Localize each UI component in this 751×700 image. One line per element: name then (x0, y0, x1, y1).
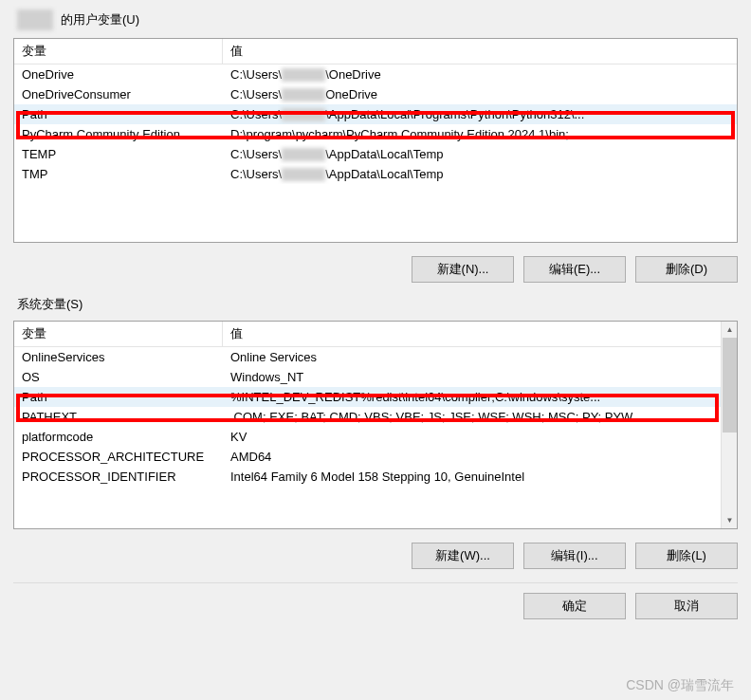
var-value-cell: Windows_NT (223, 367, 737, 387)
table-row[interactable]: OneDriveC:\Users\\OneDrive (14, 64, 737, 84)
list-body: OnlineServicesOnline ServicesOSWindows_N… (14, 347, 737, 487)
var-name-cell: TEMP (14, 144, 223, 164)
column-header-variable[interactable]: 变量 (14, 39, 223, 64)
username-redacted (282, 108, 325, 121)
var-name-cell: Path (14, 104, 223, 124)
var-value-cell: C:\Users\\OneDrive (223, 64, 737, 84)
list-header[interactable]: 变量 值 (14, 39, 737, 64)
var-name-cell: OnlineServices (14, 347, 223, 367)
table-row[interactable]: PROCESSOR_IDENTIFIERIntel64 Family 6 Mod… (14, 467, 737, 487)
var-value-cell: %INTEL_DEV_REDIST%redist\intel64\compile… (223, 387, 737, 407)
scroll-thumb[interactable] (723, 338, 737, 433)
table-row[interactable]: PATHEXT.COM;.EXE;.BAT;.CMD;.VBS;.VBE;.JS… (14, 407, 737, 427)
environment-variables-dialog: 的用户变量(U) 变量 值 OneDriveC:\Users\\OneDrive… (0, 0, 751, 633)
table-row[interactable]: PROCESSOR_ARCHITECTUREAMD64 (14, 447, 737, 467)
var-value-cell: C:\Users\\AppData\Local\Temp (223, 164, 737, 184)
user-section-title: 的用户变量(U) (17, 9, 738, 30)
var-value-cell: C:\Users\OneDrive (223, 84, 737, 104)
var-name-cell: PROCESSOR_ARCHITECTURE (14, 447, 223, 467)
dialog-footer-buttons: 确定 取消 (13, 582, 738, 619)
username-redacted (17, 9, 53, 30)
table-row[interactable]: Path%INTEL_DEV_REDIST%redist\intel64\com… (14, 387, 737, 407)
cancel-button[interactable]: 取消 (635, 593, 738, 619)
vertical-scrollbar[interactable]: ▲ ▼ (721, 322, 737, 528)
table-row[interactable]: TEMPC:\Users\\AppData\Local\Temp (14, 144, 737, 164)
var-value-cell: D:\program\pycharm\PyCharm Community Edi… (223, 124, 737, 144)
var-value-cell: AMD64 (223, 447, 737, 467)
table-row[interactable]: OneDriveConsumerC:\Users\OneDrive (14, 84, 737, 104)
user-variables-list[interactable]: 变量 值 OneDriveC:\Users\\OneDriveOneDriveC… (13, 38, 738, 243)
var-value-cell: Intel64 Family 6 Model 158 Stepping 10, … (223, 467, 737, 487)
column-header-value[interactable]: 值 (223, 322, 737, 346)
var-name-cell: Path (14, 387, 223, 407)
system-section-title: 系统变量(S) (17, 296, 738, 313)
var-value-cell: C:\Users\\AppData\Local\Programs\Python\… (223, 104, 737, 124)
username-redacted (282, 168, 325, 181)
system-button-row: 新建(W)... 编辑(I)... 删除(L) (13, 543, 738, 569)
var-value-cell: .COM;.EXE;.BAT;.CMD;.VBS;.VBE;.JS;.JSE;.… (223, 407, 737, 427)
scroll-down-arrow-icon[interactable]: ▼ (722, 512, 738, 528)
system-variables-section: 系统变量(S) 变量 值 OnlineServicesOnline Servic… (13, 296, 738, 569)
var-name-cell: TMP (14, 164, 223, 184)
user-button-row: 新建(N)... 编辑(E)... 删除(D) (13, 256, 738, 283)
new-system-var-button[interactable]: 新建(W)... (412, 543, 514, 569)
username-redacted (282, 68, 325, 82)
table-row[interactable]: OSWindows_NT (14, 367, 737, 387)
delete-user-var-button[interactable]: 删除(D) (635, 256, 738, 283)
var-value-cell: Online Services (223, 347, 737, 367)
user-title-label: 的用户变量(U) (61, 11, 139, 28)
watermark: CSDN @瑞雪流年 (626, 677, 734, 694)
var-name-cell: OneDrive (14, 64, 223, 84)
table-row[interactable]: OnlineServicesOnline Services (14, 347, 737, 367)
var-name-cell: PyCharm Community Edition (14, 124, 223, 144)
new-user-var-button[interactable]: 新建(N)... (412, 256, 514, 283)
var-name-cell: OneDriveConsumer (14, 84, 223, 104)
var-value-cell: C:\Users\\AppData\Local\Temp (223, 144, 737, 164)
table-row[interactable]: PathC:\Users\\AppData\Local\Programs\Pyt… (14, 104, 737, 124)
list-body: OneDriveC:\Users\\OneDriveOneDriveConsum… (14, 64, 737, 184)
system-variables-list[interactable]: 变量 值 OnlineServicesOnline ServicesOSWind… (13, 321, 738, 529)
var-name-cell: PROCESSOR_IDENTIFIER (14, 467, 223, 487)
column-header-value[interactable]: 值 (223, 39, 737, 64)
table-row[interactable]: TMPC:\Users\\AppData\Local\Temp (14, 164, 737, 184)
var-name-cell: platformcode (14, 427, 223, 447)
username-redacted (282, 148, 325, 161)
var-name-cell: PATHEXT (14, 407, 223, 427)
table-row[interactable]: PyCharm Community EditionD:\program\pych… (14, 124, 737, 144)
edit-user-var-button[interactable]: 编辑(E)... (523, 256, 626, 283)
column-header-variable[interactable]: 变量 (14, 322, 223, 346)
var-value-cell: KV (223, 427, 737, 447)
user-variables-section: 的用户变量(U) 变量 值 OneDriveC:\Users\\OneDrive… (13, 9, 738, 283)
system-title-label: 系统变量(S) (17, 296, 82, 313)
username-redacted (282, 88, 325, 101)
edit-system-var-button[interactable]: 编辑(I)... (523, 543, 626, 569)
scroll-up-arrow-icon[interactable]: ▲ (722, 322, 738, 338)
ok-button[interactable]: 确定 (523, 593, 626, 619)
list-header[interactable]: 变量 值 (14, 322, 737, 347)
delete-system-var-button[interactable]: 删除(L) (635, 543, 738, 569)
var-name-cell: OS (14, 367, 223, 387)
table-row[interactable]: platformcodeKV (14, 427, 737, 447)
